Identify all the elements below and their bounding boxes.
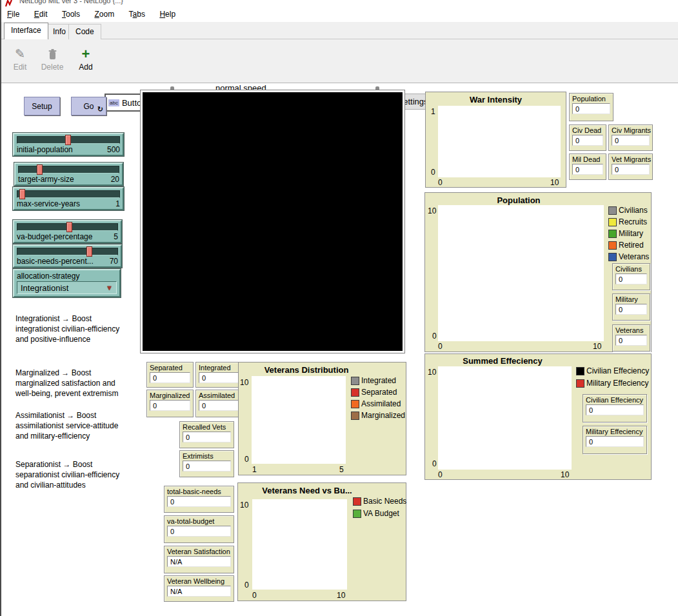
slider-va-budget-percentage[interactable]: va-budget-percentage5: [13, 220, 122, 243]
monitor-recalled-vets: Recalled Vets 0: [179, 421, 234, 448]
window-title: NetLogo MIL ver 3 - NetLogo {...}: [19, 0, 123, 5]
slider-value: 1: [115, 199, 120, 208]
civilian-efficiency-swatch: [576, 367, 584, 375]
toolbar: ✎ Edit Delete + Add abc Button ▾ normal …: [1, 39, 678, 83]
chooser-value: Integrationist: [21, 283, 68, 293]
assimilated-swatch: [351, 400, 359, 408]
netlogo-logo-icon: [5, 0, 12, 7]
legend-retired: Retired: [608, 241, 644, 250]
monitor-civ-dead: Civ Dead 0: [569, 124, 606, 151]
monitor-assimilated: Assimilated 0: [195, 390, 243, 417]
slider-max-service-years[interactable]: max-service-years1: [13, 187, 124, 210]
monitor-civilians: Civilians 0: [612, 263, 650, 290]
plot-title: War Intensity: [426, 95, 566, 104]
monitor-military-efficiency: Military Effeciency 0: [583, 426, 647, 454]
plot-war-intensity: War Intensity 1 0 0 10: [425, 92, 566, 188]
va-budget-swatch: [353, 510, 361, 518]
tab-bar: Interface Info Code: [1, 22, 678, 39]
pencil-icon: ✎: [9, 46, 31, 63]
slider-target-army-size[interactable]: target-army-size20: [14, 163, 123, 186]
tab-code[interactable]: Code: [68, 24, 101, 39]
monitor-mil-dead: Mil Dead 0: [569, 154, 606, 180]
menu-zoom[interactable]: Zoom: [88, 8, 120, 21]
monitor-total-basic-needs: total-basic-needs 0: [164, 486, 234, 513]
forever-icon: ↻: [97, 105, 103, 114]
monitor-extrimists: Extrimists 0: [179, 450, 234, 477]
plot-area: [438, 106, 561, 177]
legend-military-efficiency: Military Effeciency: [576, 379, 648, 388]
world-canvas[interactable]: [143, 92, 403, 351]
slider-initial-population[interactable]: initial-population500: [13, 133, 124, 156]
plot-area: [438, 366, 572, 470]
x-min-tick: 0: [438, 178, 443, 187]
basic-needs-swatch: [353, 497, 361, 506]
plus-icon: +: [74, 46, 98, 63]
chooser-label: allocation-strategy: [14, 270, 119, 281]
legend-recruits: Recruits: [608, 217, 647, 226]
monitor-civ-migrants: Civ Migrants 0: [608, 124, 653, 151]
delete-button[interactable]: Delete: [37, 46, 67, 72]
x-min-tick: 0: [438, 342, 443, 351]
setup-button[interactable]: Setup: [24, 97, 60, 115]
tab-interface[interactable]: Interface: [4, 23, 48, 39]
menu-tools[interactable]: Tools: [56, 8, 86, 21]
chooser-allocation-strategy[interactable]: allocation-strategy Integrationist ▼: [13, 269, 121, 297]
legend-military: Military: [608, 229, 643, 238]
y-max-tick: 10: [428, 368, 436, 377]
edit-button[interactable]: ✎ Edit: [9, 46, 31, 72]
menu-edit[interactable]: Edit: [28, 8, 54, 21]
add-button[interactable]: + Add: [74, 46, 98, 72]
y-min-tick: 0: [431, 168, 435, 177]
y-max-tick: 1: [431, 107, 435, 116]
x-max-tick: 10: [593, 342, 601, 351]
legend-veterans: Veterans: [608, 252, 649, 261]
plot-area: [252, 376, 346, 464]
menu-file[interactable]: File: [1, 8, 25, 21]
legend-va-budget: VA Budget: [353, 509, 399, 518]
slider-handle[interactable]: [65, 135, 71, 145]
plot-veterans-distribution: Veterans Distribution 10 0 1 5 Integrate…: [238, 362, 406, 475]
y-max-tick: 10: [428, 206, 436, 215]
note-integrationist: Integrationist → Boost integrationist ci…: [15, 313, 126, 344]
trash-icon: [37, 46, 67, 63]
y-max-tick: 10: [240, 378, 248, 387]
menu-bar: File Edit Tools Zoom Tabs Help: [1, 8, 678, 22]
legend-civilian-efficiency: Civilian Effeciency: [576, 366, 649, 375]
note-marginalized: Marginalized → Boost marginalized satisf…: [15, 368, 126, 399]
note-assimilationist: Assimilationist → Boost assimilationist …: [15, 410, 126, 441]
slider-handle[interactable]: [66, 222, 72, 232]
menu-help[interactable]: Help: [154, 8, 181, 21]
retired-swatch: [608, 241, 617, 250]
world-view[interactable]: [140, 90, 405, 353]
slider-basic-needs-percent[interactable]: basic-needs-percent...70: [13, 244, 122, 268]
monitor-vet-migrants: Vet Migrants 0: [608, 154, 653, 180]
plot-title: Summed Effeciency: [425, 356, 580, 366]
x-max-tick: 10: [550, 178, 559, 187]
slider-handle[interactable]: [37, 164, 43, 175]
y-min-tick: 0: [432, 332, 437, 341]
netlogo-window: NetLogo MIL ver 3 - NetLogo {...} File E…: [0, 0, 678, 616]
monitor-va-total-budget: va-total-budget 0: [164, 515, 234, 543]
title-bar: NetLogo MIL ver 3 - NetLogo {...}: [1, 0, 678, 8]
slider-handle[interactable]: [19, 189, 25, 199]
monitor-civilian-efficiency: Civilian Effeciency 0: [583, 394, 647, 422]
note-separationist: Separationist → Boost separationist civi…: [15, 459, 126, 490]
menu-tabs[interactable]: Tabs: [123, 8, 151, 21]
slider-value: 500: [107, 145, 120, 154]
legend-basic-needs: Basic Needs: [353, 497, 406, 506]
plot-area: [252, 499, 347, 590]
monitor-veteran-satisfaction: Veteran Satisfaction N/A: [164, 546, 234, 573]
abc-widget-icon: abc: [108, 99, 119, 106]
marginalized-swatch: [351, 412, 359, 420]
legend-separated: Separated: [351, 388, 397, 397]
plot-area: [438, 205, 604, 341]
slider-handle[interactable]: [86, 246, 92, 257]
slider-label: basic-needs-percent...: [17, 257, 94, 266]
x-max-tick: 5: [339, 465, 344, 474]
plot-title: Population: [425, 195, 612, 205]
go-button[interactable]: Go ↻: [71, 97, 106, 115]
slider-label: max-service-years: [17, 199, 80, 208]
plot-title: Veterans Distribution: [239, 365, 374, 375]
recruits-swatch: [608, 218, 617, 226]
legend-civilians: Civilians: [608, 206, 648, 215]
